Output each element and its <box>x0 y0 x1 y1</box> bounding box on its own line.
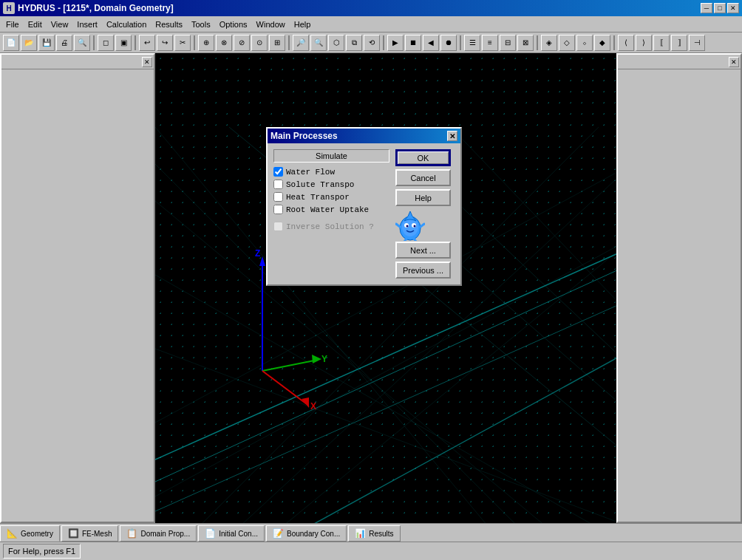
svg-line-10 <box>155 349 616 523</box>
inverse-solution-label: Inverse Solution ? <box>286 222 374 231</box>
toolbar-b17[interactable]: ≡ <box>482 35 498 51</box>
toolbar-b4[interactable]: ⊕ <box>198 35 214 51</box>
toolbar-b11[interactable]: ⟲ <box>364 35 380 51</box>
toolbar-b6[interactable]: ⊘ <box>234 35 250 51</box>
toolbar-b21[interactable]: ◇ <box>559 35 575 51</box>
right-panel-titlebar: ✕ <box>618 55 741 69</box>
tab-fe-mesh[interactable]: 🔲 FE-Mesh <box>61 525 119 542</box>
toolbar-preview[interactable]: 🔍 <box>74 35 90 51</box>
previous-button[interactable]: Previous ... <box>395 262 451 279</box>
root-water-uptake-checkbox[interactable] <box>273 205 283 214</box>
tab-initial-con-label: Initial Con... <box>219 530 258 538</box>
cancel-button[interactable]: Cancel <box>395 169 451 186</box>
tab-geometry[interactable]: 📐 Geometry <box>0 525 60 542</box>
toolbar-b25[interactable]: ⟩ <box>636 35 652 51</box>
toolbar-b2[interactable]: ▣ <box>115 35 132 51</box>
toolbar-undo[interactable]: ↩ <box>139 35 155 51</box>
menu-tools[interactable]: Tools <box>187 18 215 30</box>
svg-line-5 <box>451 127 616 460</box>
solute-transport-label: Solute Transpo <box>286 180 354 189</box>
toolbar-b3[interactable]: ✂ <box>174 35 191 51</box>
toolbar-zoom-in[interactable]: 🔎 <box>293 35 309 51</box>
left-panel-titlebar: ✕ <box>1 55 154 69</box>
toolbar-save[interactable]: 💾 <box>38 35 55 51</box>
toolbar-b16[interactable]: ☰ <box>464 35 480 51</box>
toolbar-print[interactable]: 🖨 <box>56 35 72 51</box>
toolbar-sep-7 <box>537 35 538 50</box>
menu-bar: File Edit View Insert Calculation Result… <box>0 16 742 33</box>
menu-results[interactable]: Results <box>151 18 187 30</box>
toolbar-b9[interactable]: ⬡ <box>328 35 344 51</box>
heat-transport-checkbox[interactable] <box>273 192 283 202</box>
tab-results[interactable]: 📊 Results <box>348 525 400 542</box>
toolbar-b23[interactable]: ◆ <box>594 35 610 51</box>
svg-line-35 <box>404 239 406 241</box>
toolbar-open[interactable]: 📂 <box>21 35 37 51</box>
menu-help[interactable]: Help <box>290 18 316 30</box>
toolbar-b7[interactable]: ⊙ <box>251 35 268 51</box>
toolbar-b5[interactable]: ⊗ <box>216 35 232 51</box>
toolbar-b15[interactable]: ⏺ <box>440 35 457 51</box>
tab-initial-con[interactable]: 📄 Initial Con... <box>198 525 265 542</box>
toolbar-b28[interactable]: ⊣ <box>689 35 705 51</box>
toolbar-zoom-out[interactable]: 🔍 <box>310 35 327 51</box>
svg-marker-25 <box>302 397 309 408</box>
root-water-uptake-label: Root Water Uptake <box>286 205 369 214</box>
menu-calculation[interactable]: Calculation <box>102 18 151 30</box>
tab-fe-mesh-label: FE-Mesh <box>82 530 112 538</box>
menu-file[interactable]: File <box>1 18 24 30</box>
toolbar-sep-5 <box>383 35 384 50</box>
svg-line-24 <box>262 371 307 404</box>
menu-options[interactable]: Options <box>215 18 252 30</box>
minimize-button[interactable]: ─ <box>701 3 712 13</box>
dialog-body: Simulate Water Flow Solute Transpo Heat … <box>268 143 460 284</box>
tab-boundary-con[interactable]: 📝 Boundary Con... <box>266 525 347 542</box>
toolbar-b14[interactable]: ◀ <box>423 35 439 51</box>
toolbar-redo[interactable]: ↪ <box>157 35 173 51</box>
solute-transport-checkbox[interactable] <box>273 180 283 189</box>
toolbar-b12[interactable]: ▶ <box>387 35 404 51</box>
toolbar-b19[interactable]: ⊠ <box>517 35 534 51</box>
dialog-title-text: Main Processes <box>270 131 338 141</box>
toolbar-b26[interactable]: ⟦ <box>653 35 670 51</box>
tab-boundary-con-label: Boundary Con... <box>287 530 340 538</box>
toolbar-b10[interactable]: ⧉ <box>346 35 362 51</box>
water-flow-checkbox[interactable] <box>273 167 283 177</box>
heat-transport-item: Heat Transpor <box>273 191 389 203</box>
title-bar: H HYDRUS - [1215*, Domain Geometry] ─ □ … <box>0 0 742 16</box>
fe-mesh-tab-icon: 🔲 <box>68 528 79 539</box>
svg-line-33 <box>396 224 400 227</box>
toolbar-b18[interactable]: ⊟ <box>500 35 516 51</box>
dialog-close-button[interactable]: ✕ <box>447 131 457 141</box>
menu-insert[interactable]: Insert <box>72 18 102 30</box>
left-panel-close[interactable]: ✕ <box>142 57 152 67</box>
inverse-solution-checkbox[interactable] <box>273 222 283 231</box>
toolbar-b27[interactable]: ⟧ <box>671 35 687 51</box>
toolbar-b13[interactable]: ⏹ <box>405 35 421 51</box>
ok-button[interactable]: OK <box>395 149 451 166</box>
toolbar-sep-8 <box>613 35 615 50</box>
tab-domain-prop[interactable]: 📋 Domain Prop... <box>120 525 197 542</box>
close-button[interactable]: ✕ <box>727 3 739 13</box>
toolbar-sep-6 <box>460 35 461 50</box>
next-button[interactable]: Next ... <box>395 242 451 259</box>
right-panel-close[interactable]: ✕ <box>729 57 739 67</box>
initial-con-tab-icon: 📄 <box>205 528 216 539</box>
svg-line-21 <box>262 360 318 371</box>
toolbar-b20[interactable]: ◈ <box>541 35 557 51</box>
toolbar-new[interactable]: 📄 <box>3 35 19 51</box>
grid-canvas: Z Y X <box>155 53 616 523</box>
maximize-button[interactable]: □ <box>714 3 726 13</box>
toolbar-b24[interactable]: ⟨ <box>618 35 634 51</box>
mascot <box>395 209 425 239</box>
toolbar-b1[interactable]: ◻ <box>98 35 114 51</box>
menu-edit[interactable]: Edit <box>24 18 47 30</box>
simulate-label: Simulate <box>273 149 389 163</box>
help-button[interactable]: Help <box>395 189 451 206</box>
toolbar-b8[interactable]: ⊞ <box>269 35 285 51</box>
menu-view[interactable]: View <box>47 18 73 30</box>
menu-window[interactable]: Window <box>252 18 290 30</box>
toolbar-b22[interactable]: ⬦ <box>576 35 593 51</box>
status-message: For Help, press F1 <box>3 544 81 559</box>
water-flow-item: Water Flow <box>273 165 389 178</box>
